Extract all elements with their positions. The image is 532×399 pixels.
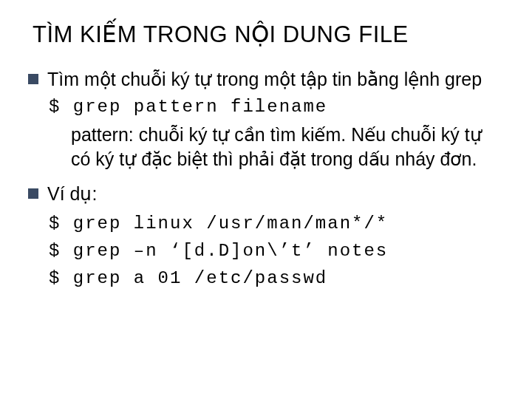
example-line-2: $ grep –n ‘[d.D]on\’t’ notes <box>49 237 507 265</box>
square-bullet-icon <box>28 74 38 84</box>
code-grep-usage: $ grep pattern filename <box>49 97 507 117</box>
bullet-item-2: Ví dụ: <box>28 182 507 207</box>
example-line-1: $ grep linux /usr/man/man*/* <box>49 210 507 237</box>
pattern-description: pattern: chuỗi ký tự cần tìm kiếm. Nếu c… <box>71 123 492 171</box>
bullet-2-text: Ví dụ: <box>47 182 97 207</box>
slide: TÌM KIẾM TRONG NỘI DUNG FILE Tìm một chu… <box>0 0 532 399</box>
bullet-1-text: Tìm một chuỗi ký tự trong một tập tin bằ… <box>47 67 482 92</box>
bullet-item-1: Tìm một chuỗi ký tự trong một tập tin bằ… <box>28 67 507 92</box>
example-line-3: $ grep a 01 /etc/passwd <box>49 265 507 292</box>
square-bullet-icon <box>28 188 38 199</box>
slide-title: TÌM KIẾM TRONG NỘI DUNG FILE <box>33 21 507 48</box>
